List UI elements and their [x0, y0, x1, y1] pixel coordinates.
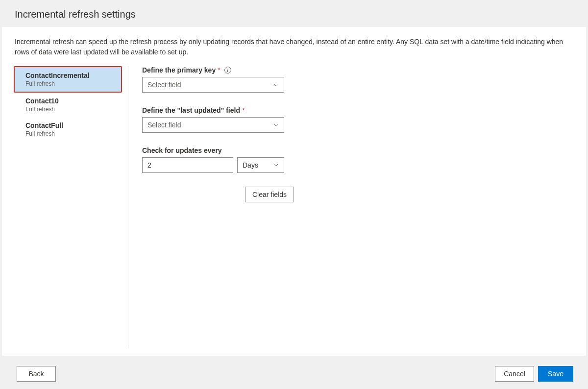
check-updates-row: Check for updates every Days [142, 146, 573, 173]
interval-input[interactable] [142, 157, 233, 173]
chevron-down-icon [273, 82, 279, 88]
required-marker: * [242, 106, 245, 114]
primary-key-select[interactable]: Select field [142, 77, 284, 93]
cancel-button[interactable]: Cancel [495, 366, 534, 382]
footer: Back Cancel Save [0, 359, 588, 389]
chevron-down-icon [273, 162, 279, 168]
sidebar-item-sub: Full refresh [25, 130, 117, 137]
save-button[interactable]: Save [538, 366, 573, 382]
primary-key-label: Define the primary key * i [142, 66, 573, 74]
sidebar-item-title: ContactFull [25, 122, 117, 129]
entity-sidebar: ContactIncremental Full refresh Contact1… [15, 66, 128, 348]
form-area: Define the primary key * i Select field … [128, 66, 573, 348]
back-button[interactable]: Back [17, 366, 56, 382]
sidebar-item-title: ContactIncremental [25, 72, 110, 79]
body-wrap: ContactIncremental Full refresh Contact1… [15, 66, 573, 348]
info-icon[interactable]: i [224, 67, 231, 73]
content-panel: Incremental refresh can speed up the ref… [2, 27, 586, 356]
last-updated-select[interactable]: Select field [142, 117, 284, 133]
sidebar-item-contactincremental[interactable]: ContactIncremental Full refresh [14, 66, 122, 93]
unit-value: Days [243, 161, 258, 169]
select-placeholder: Select field [147, 81, 181, 89]
clear-row: Clear fields [245, 187, 573, 202]
sidebar-item-contactfull[interactable]: ContactFull Full refresh [15, 117, 128, 142]
inline-fields: Days [142, 157, 573, 173]
sidebar-item-title: Contact10 [25, 97, 117, 105]
sidebar-item-sub: Full refresh [25, 80, 110, 87]
label-text: Define the "last updated" field [142, 106, 240, 114]
chevron-down-icon [273, 122, 279, 128]
sidebar-item-contact10[interactable]: Contact10 Full refresh [15, 93, 128, 117]
sidebar-item-sub: Full refresh [25, 106, 117, 113]
check-updates-label: Check for updates every [142, 146, 573, 154]
page-title: Incremental refresh settings [15, 9, 573, 20]
primary-key-row: Define the primary key * i Select field [142, 66, 573, 93]
header: Incremental refresh settings [0, 0, 588, 27]
clear-fields-button[interactable]: Clear fields [245, 187, 294, 202]
last-updated-row: Define the "last updated" field * Select… [142, 106, 573, 133]
select-placeholder: Select field [147, 121, 181, 129]
interval-unit-select[interactable]: Days [237, 157, 284, 173]
footer-right: Cancel Save [495, 366, 573, 382]
required-marker: * [218, 66, 220, 74]
label-text: Define the primary key [142, 66, 216, 74]
description-text: Incremental refresh can speed up the ref… [15, 37, 573, 57]
last-updated-label: Define the "last updated" field * [142, 106, 573, 114]
label-text: Check for updates every [142, 146, 222, 154]
